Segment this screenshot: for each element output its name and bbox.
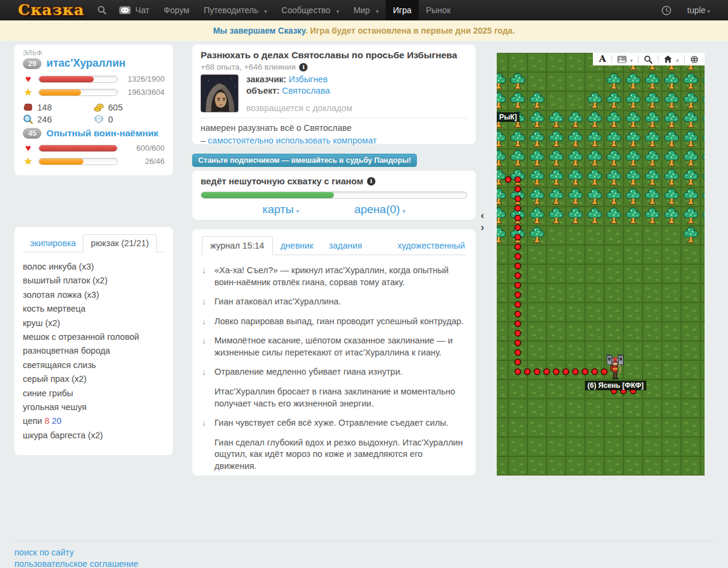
item-label: волос инкуба (x3) [23, 262, 94, 271]
arena-dropdown[interactable]: арена(0) [354, 203, 405, 216]
inventory-item[interactable]: вышитый платок (x2) [23, 274, 165, 288]
inventory-item[interactable]: мешок с отрезанной головой [23, 330, 165, 344]
map-tile-tree [682, 169, 700, 187]
hero-stats: 1486052460 [23, 102, 165, 124]
journal-panel: журнал 15:14 дневник задания художествен… [192, 229, 476, 476]
npc-portrait[interactable] [201, 74, 238, 112]
map-tile-grass [528, 53, 547, 72]
map-tile-tree [663, 130, 681, 149]
map-tile-tree [701, 188, 705, 207]
nav-item-market[interactable]: Рынок [419, 0, 458, 20]
map-tile-grass [497, 284, 508, 303]
clock-icon[interactable] [661, 5, 672, 16]
path-dot [515, 186, 520, 192]
nav-item-world[interactable]: Мир [346, 0, 386, 20]
quest-panel: Разнюхать о делах Святославы по просьбе … [192, 44, 476, 144]
map-tile-grass [701, 399, 705, 418]
map-tile-grass [624, 265, 643, 283]
maps-dropdown[interactable]: карты [262, 203, 299, 216]
inventory-item[interactable]: угольная чешуя [23, 400, 165, 414]
chevron-down-icon [629, 55, 633, 64]
star-icon [23, 157, 34, 166]
map-tile-grass [528, 265, 547, 283]
map-tile-grass [497, 322, 508, 341]
nav-item-chat[interactable]: Чат [112, 0, 156, 20]
map-tile-grass [701, 380, 705, 399]
inventory-item[interactable]: цепи820 [23, 414, 165, 428]
chat-icon [119, 6, 131, 15]
path-dot [515, 369, 520, 374]
tab-tasks[interactable]: задания [321, 237, 370, 255]
journal-entry: Ловко парировав выпад, гиан проводит усп… [202, 316, 466, 328]
quest-title: Разнюхать о делах Святославы по просьбе … [201, 50, 467, 61]
map-tile-grass [701, 361, 705, 379]
stat-value: 0 [108, 115, 113, 124]
info-icon[interactable] [367, 177, 375, 186]
inventory-item[interactable]: шкура баргеста (x2) [23, 429, 165, 443]
nav-item-forum[interactable]: Форум [157, 0, 197, 20]
home-icon[interactable] [664, 55, 672, 63]
app-logo[interactable]: Сказка [18, 1, 84, 19]
character-name-link[interactable]: итас'Хураллин [46, 57, 126, 70]
inventory-item[interactable]: кость мертвеца [23, 302, 165, 316]
map-tile-grass [682, 284, 700, 303]
map-tile-grass [566, 438, 585, 456]
use-compromat-link[interactable]: самостоятельно использовать компромат [208, 136, 377, 145]
map-tile-grass [497, 361, 508, 379]
target-link[interactable]: Святослава [282, 86, 330, 95]
inventory-item[interactable]: синие грибы [23, 387, 165, 400]
map-tile-grass [701, 303, 705, 322]
info-icon[interactable] [299, 63, 308, 71]
map-tile-tree [586, 207, 604, 226]
nav-item-community[interactable]: Сообщество [275, 0, 347, 20]
globe-icon[interactable] [690, 55, 699, 64]
map-tile-grass [547, 457, 566, 476]
map-tile-grass [586, 73, 604, 91]
map-tile-tree [663, 169, 681, 187]
map-tile-grass [528, 322, 547, 341]
map-tile-tree [497, 207, 508, 226]
inventory-item[interactable]: светящаяся слизь [23, 358, 165, 372]
subscribe-button[interactable]: Станьте подписчиком — вмешайтесь в судьб… [192, 154, 417, 167]
game-page: Сказка ЧатФорумПутеводительСообществоМир… [0, 0, 728, 568]
map-tile-grass [701, 265, 705, 283]
battle-progress-bar [201, 192, 467, 199]
inventory-item[interactable]: круш (x2) [23, 316, 165, 330]
companion-xp-bar [38, 158, 118, 165]
item-label: цепи [23, 416, 42, 426]
tab-diary[interactable]: дневник [273, 237, 321, 255]
tab-equipment[interactable]: экипировка [23, 235, 83, 252]
quest-status: возвращается с докладом [246, 103, 352, 113]
map-tile-tree [528, 111, 547, 130]
map-canvas[interactable] [497, 53, 705, 476]
user-menu[interactable]: tuple [687, 5, 710, 15]
map-tile-grass [497, 457, 508, 476]
tab-backpack[interactable]: рюкзак (21/21) [83, 234, 156, 252]
font-icon[interactable] [599, 55, 606, 64]
search-icon[interactable] [97, 5, 107, 15]
world-map[interactable]: РыК] (6) Ясень [ФКФ] [497, 53, 705, 476]
search-icon[interactable] [644, 55, 652, 64]
map-tile-tree [547, 111, 566, 130]
site-search-link[interactable]: поиск по сайту [14, 547, 715, 558]
image-icon[interactable] [617, 56, 626, 63]
client-link[interactable]: Избыгнев [289, 74, 328, 84]
tab-journal[interactable]: журнал 15:14 [202, 236, 273, 255]
terms-link[interactable]: пользовательское соглашение [14, 558, 715, 568]
nav-item-guide[interactable]: Путеводитель [196, 0, 274, 20]
map-tile-tree [682, 207, 700, 226]
chevron-left-icon[interactable] [478, 211, 487, 220]
companion-name-link[interactable]: Опытный воин-наёмник [46, 128, 158, 139]
tab-artistic[interactable]: художественный [390, 237, 466, 255]
nav-item-game[interactable]: Игра [386, 0, 419, 20]
inventory-item[interactable]: серый прах (x2) [23, 372, 165, 386]
inventory-item[interactable]: разноцветная борода [23, 344, 165, 358]
map-tile-grass [624, 457, 643, 476]
inventory-item[interactable]: волос инкуба (x3) [23, 260, 165, 274]
map-tile-tree [682, 130, 700, 149]
inventory-item[interactable]: золотая ложка (x3) [23, 288, 165, 302]
path-dot [515, 311, 520, 316]
map-tile-grass [566, 92, 585, 110]
journal-entry: «Ха-ха! Съел?» — крикнул итас'Хураллин, … [202, 265, 466, 288]
chevron-right-icon[interactable] [478, 223, 487, 232]
